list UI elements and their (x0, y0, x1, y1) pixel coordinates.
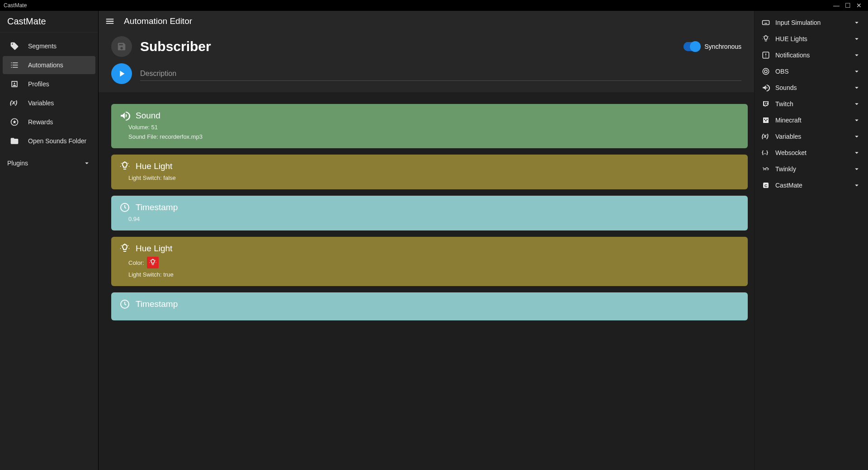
plugins-label: Plugins (7, 160, 28, 167)
chevron-down-icon (83, 159, 91, 167)
description-input[interactable]: Description (140, 67, 741, 81)
chevron-down-icon (853, 84, 861, 92)
sidebar-item-label: Open Sounds Folder (28, 137, 86, 145)
action-palette: Input SimulationHUE LightsNotificationsO… (754, 11, 868, 470)
action-title: Timestamp (136, 299, 178, 309)
hue-icon (119, 243, 130, 254)
action-detail: Volume: 51 (119, 124, 740, 131)
category-label: CastMate (775, 182, 802, 189)
chevron-down-icon (853, 67, 861, 75)
chevron-down-icon (853, 51, 861, 59)
sidebar-item-open-sounds-folder[interactable]: Open Sounds Folder (3, 132, 95, 150)
category-minecraft[interactable]: Minecraft (755, 112, 868, 128)
automations-icon (10, 61, 19, 70)
sound-icon (762, 84, 770, 92)
sidebar-item-label: Profiles (28, 80, 49, 88)
chevron-down-icon (853, 132, 861, 141)
page-title: Automation Editor (124, 16, 192, 26)
category-twinkly[interactable]: Twinkly (755, 161, 868, 177)
action-card[interactable]: Timestamp0.94 (111, 196, 748, 230)
window-title: CastMate (4, 2, 27, 9)
category-variables[interactable]: Variables (755, 128, 868, 145)
category-hue-lights[interactable]: HUE Lights (755, 31, 868, 47)
alert-icon (762, 51, 770, 59)
sidebar-item-automations[interactable]: Automations (3, 56, 95, 74)
synchronous-label: Synchronous (704, 43, 741, 50)
sidebar-item-label: Variables (28, 99, 54, 107)
chevron-down-icon (853, 181, 861, 189)
obs-icon (762, 67, 770, 75)
window-minimize[interactable]: — (830, 2, 842, 9)
sidebar-item-profiles[interactable]: Profiles (3, 75, 95, 93)
category-notifications[interactable]: Notifications (755, 47, 868, 63)
twitch-icon (762, 100, 770, 108)
plugins-collapsible[interactable]: Plugins (0, 155, 98, 172)
action-title: Timestamp (136, 202, 178, 212)
sidebar: CastMate SegmentsAutomationsProfilesVari… (0, 11, 99, 470)
variables-icon (762, 132, 770, 141)
category-websocket[interactable]: Websocket (755, 145, 868, 161)
action-title: Hue Light (136, 244, 172, 254)
chevron-down-icon (853, 149, 861, 157)
sound-icon (119, 110, 130, 121)
topbar: Automation Editor (99, 11, 754, 32)
chevron-down-icon (853, 19, 861, 27)
sidebar-item-rewards[interactable]: Rewards (3, 113, 95, 131)
brand: CastMate (0, 11, 98, 33)
category-castmate[interactable]: CastMate (755, 177, 868, 193)
window-titlebar: CastMate — ☐ ✕ (0, 0, 868, 11)
actions-list: SoundVolume: 51Sound File: recorderfox.m… (99, 92, 754, 470)
action-detail: 0.94 (119, 216, 740, 222)
action-card[interactable]: Hue LightLight Switch: false (111, 155, 748, 189)
sidebar-item-segments[interactable]: Segments (3, 37, 95, 55)
main: Automation Editor Subscriber Synchronous (99, 11, 754, 470)
bulb-icon (762, 35, 770, 43)
color-swatch (147, 257, 159, 268)
editor-header: Subscriber Synchronous Description (99, 32, 754, 92)
category-label: Variables (775, 133, 801, 140)
category-label: Websocket (775, 149, 807, 156)
chevron-down-icon (853, 35, 861, 43)
category-label: HUE Lights (775, 35, 807, 42)
sidebar-item-label: Automations (28, 61, 63, 69)
action-card[interactable]: Timestamp (111, 292, 748, 320)
hue-icon (119, 161, 130, 172)
menu-button[interactable] (105, 16, 115, 26)
run-button[interactable] (111, 63, 132, 84)
twinkly-icon (762, 165, 770, 173)
category-label: Input Simulation (775, 19, 821, 26)
category-label: OBS (775, 68, 789, 75)
sidebar-item-label: Rewards (28, 118, 53, 126)
category-label: Minecraft (775, 117, 802, 124)
action-title: Hue Light (136, 161, 172, 171)
minecraft-icon (762, 116, 770, 124)
category-label: Twitch (775, 100, 793, 108)
category-label: Twinkly (775, 165, 796, 173)
category-twitch[interactable]: Twitch (755, 96, 868, 112)
sidebar-item-variables[interactable]: Variables (3, 94, 95, 112)
category-input-simulation[interactable]: Input Simulation (755, 14, 868, 31)
window-close[interactable]: ✕ (854, 2, 864, 9)
timestamp-icon (119, 299, 130, 310)
castmate-icon (762, 181, 770, 189)
category-obs[interactable]: OBS (755, 63, 868, 80)
profile-icon (10, 80, 19, 89)
action-card[interactable]: SoundVolume: 51Sound File: recorderfox.m… (111, 104, 748, 148)
action-detail: Sound File: recorderfox.mp3 (119, 133, 740, 140)
variables-icon (10, 99, 19, 108)
chevron-down-icon (853, 100, 861, 108)
reward-icon (10, 118, 19, 127)
category-label: Sounds (775, 84, 797, 91)
timestamp-icon (119, 202, 130, 213)
sidebar-item-label: Segments (28, 42, 57, 50)
window-maximize[interactable]: ☐ (842, 2, 854, 9)
keyboard-icon (762, 19, 770, 27)
save-button[interactable] (111, 36, 132, 57)
websocket-icon (762, 149, 770, 157)
tag-icon (10, 42, 19, 51)
action-card[interactable]: Hue LightColor:Light Switch: true (111, 237, 748, 286)
synchronous-toggle[interactable] (684, 42, 700, 51)
synchronous-toggle-row: Synchronous (684, 42, 741, 51)
category-sounds[interactable]: Sounds (755, 80, 868, 96)
chevron-down-icon (853, 116, 861, 124)
